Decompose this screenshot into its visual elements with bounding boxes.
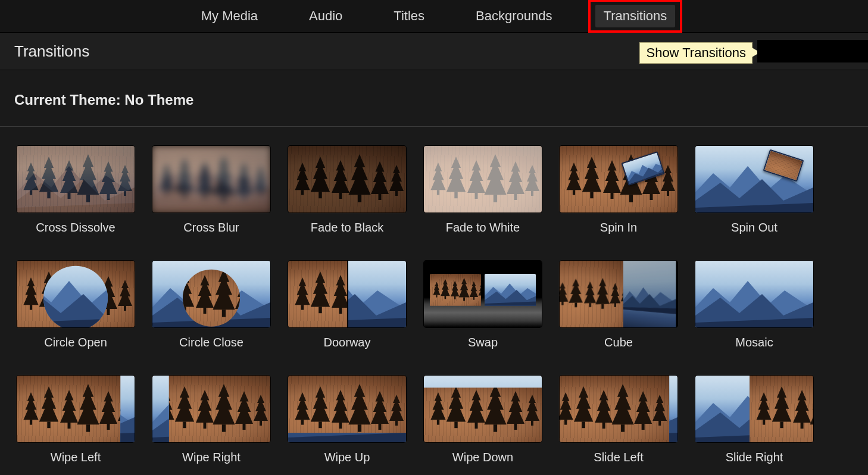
tab-my-media[interactable]: My Media bbox=[193, 5, 266, 27]
tab-titles[interactable]: Titles bbox=[385, 5, 433, 27]
thumbnail bbox=[152, 376, 270, 442]
thumbnail bbox=[695, 146, 813, 212]
thumbnail bbox=[288, 261, 406, 327]
thumbnail bbox=[152, 261, 270, 327]
tab-audio[interactable]: Audio bbox=[301, 5, 351, 27]
section-header: Transitions Show Transitions bbox=[0, 33, 868, 70]
transition-swap[interactable]: Swap bbox=[424, 261, 542, 349]
transitions-grid: Cross Dissolve Cross Blur Fade to Black … bbox=[0, 127, 868, 464]
transition-wipe-right[interactable]: Wipe Right bbox=[152, 376, 270, 464]
transition-label: Cube bbox=[604, 336, 633, 349]
transition-slide-left[interactable]: Slide Left bbox=[560, 376, 677, 464]
transition-cross-dissolve[interactable]: Cross Dissolve bbox=[17, 146, 135, 235]
thumbnail bbox=[424, 261, 542, 327]
transition-slide-right[interactable]: Slide Right bbox=[695, 376, 813, 464]
thumbnail bbox=[152, 146, 270, 212]
transition-label: Slide Right bbox=[726, 451, 783, 464]
transition-spin-out[interactable]: Spin Out bbox=[695, 146, 813, 235]
transition-label: Fade to White bbox=[446, 221, 520, 235]
thumbnail bbox=[560, 146, 677, 212]
transition-wipe-left[interactable]: Wipe Left bbox=[17, 376, 135, 464]
thumbnail bbox=[288, 376, 406, 442]
section-title: Transitions bbox=[14, 42, 89, 61]
transition-label: Wipe Right bbox=[182, 451, 241, 464]
transition-label: Wipe Left bbox=[51, 451, 101, 464]
thumbnail bbox=[560, 261, 677, 327]
transition-label: Circle Open bbox=[44, 336, 107, 349]
current-theme-label: Current Theme: No Theme bbox=[0, 70, 868, 127]
media-browser-tabbar: My Media Audio Titles Backgrounds Transi… bbox=[0, 0, 868, 33]
transition-doorway[interactable]: Doorway bbox=[288, 261, 406, 349]
thumbnail bbox=[17, 376, 135, 442]
show-transitions-tooltip: Show Transitions bbox=[639, 42, 753, 64]
transition-label: Wipe Down bbox=[452, 451, 513, 464]
transition-fade-to-black[interactable]: Fade to Black bbox=[288, 146, 406, 235]
tab-transitions[interactable]: Transitions bbox=[595, 5, 676, 27]
transition-label: Swap bbox=[468, 336, 498, 349]
thumbnail bbox=[695, 261, 813, 327]
transition-fade-to-white[interactable]: Fade to White bbox=[424, 146, 542, 235]
header-right-blackbox bbox=[757, 40, 868, 62]
transition-circle-close[interactable]: Circle Close bbox=[152, 261, 270, 349]
thumbnail bbox=[560, 376, 677, 442]
thumbnail bbox=[424, 376, 542, 442]
transition-label: Spin Out bbox=[731, 221, 778, 235]
thumbnail bbox=[17, 261, 135, 327]
transition-spin-in[interactable]: Spin In bbox=[560, 146, 677, 235]
transition-label: Fade to Black bbox=[311, 221, 383, 235]
transition-label: Spin In bbox=[600, 221, 637, 235]
transition-wipe-up[interactable]: Wipe Up bbox=[288, 376, 406, 464]
transition-cube[interactable]: Cube bbox=[560, 261, 677, 349]
thumbnail bbox=[695, 376, 813, 442]
transition-mosaic[interactable]: Mosaic bbox=[695, 261, 813, 349]
transition-label: Doorway bbox=[324, 336, 371, 349]
transition-label: Mosaic bbox=[735, 336, 773, 349]
transition-cross-blur[interactable]: Cross Blur bbox=[152, 146, 270, 235]
transition-label: Circle Close bbox=[179, 336, 243, 349]
transition-wipe-down[interactable]: Wipe Down bbox=[424, 376, 542, 464]
transition-label: Cross Dissolve bbox=[36, 221, 115, 235]
thumbnail bbox=[288, 146, 406, 212]
transition-label: Cross Blur bbox=[183, 221, 239, 235]
thumbnail bbox=[424, 146, 542, 212]
thumbnail bbox=[17, 146, 135, 212]
tab-backgrounds[interactable]: Backgrounds bbox=[467, 5, 560, 27]
transition-label: Wipe Up bbox=[324, 451, 370, 464]
transition-label: Slide Left bbox=[594, 451, 643, 464]
transition-circle-open[interactable]: Circle Open bbox=[17, 261, 135, 349]
